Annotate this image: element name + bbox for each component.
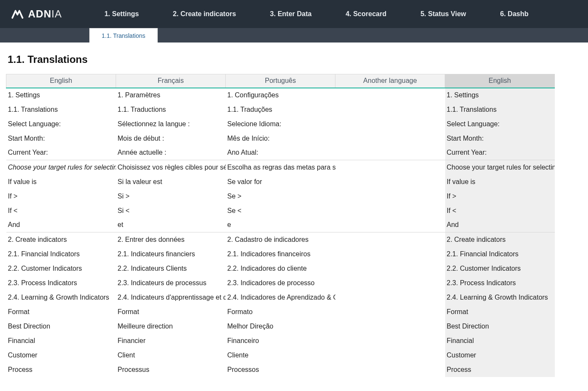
menu-item-0[interactable]: 1. Settings — [88, 0, 156, 28]
cell[interactable]: 2.3. Process Indicators — [445, 276, 555, 290]
cell[interactable]: Format — [6, 305, 116, 319]
cell[interactable] — [335, 117, 445, 131]
cell[interactable]: 1.1. Translations — [445, 102, 555, 117]
cell[interactable]: 1. Configurações — [226, 88, 335, 102]
cell[interactable]: Processus — [116, 363, 226, 377]
cell[interactable]: Format — [116, 305, 226, 319]
cell[interactable] — [335, 146, 445, 160]
cell[interactable]: 2.1. Financial Indicators — [6, 247, 116, 261]
cell[interactable]: Financier — [116, 334, 226, 348]
cell[interactable]: Current Year: — [445, 146, 555, 160]
cell[interactable]: Melhor Direção — [226, 319, 335, 334]
menu-item-2[interactable]: 3. Enter Data — [253, 0, 329, 28]
cell[interactable]: Sélectionnez la langue : — [116, 117, 226, 131]
cell[interactable] — [335, 261, 445, 276]
cell[interactable]: 2.3. Indicateurs de processus — [116, 276, 226, 290]
cell[interactable]: Financial — [6, 334, 116, 348]
col-header-0[interactable]: English — [6, 74, 116, 88]
cell[interactable]: 2.1. Financial Indicators — [445, 247, 555, 261]
col-header-2[interactable]: Português — [226, 74, 335, 88]
cell[interactable]: 2.3. Process Indicators — [6, 276, 116, 290]
cell[interactable]: Select Language: — [445, 117, 555, 131]
cell[interactable] — [335, 334, 445, 348]
cell[interactable]: Best Direction — [6, 319, 116, 334]
cell[interactable]: If value is — [445, 175, 555, 189]
cell[interactable] — [335, 189, 445, 204]
cell[interactable]: 1.1. Traductions — [116, 102, 226, 117]
cell[interactable] — [335, 160, 445, 175]
cell[interactable]: Select Language: — [6, 117, 116, 131]
cell[interactable]: If < — [445, 204, 555, 218]
cell[interactable]: Customer — [6, 348, 116, 363]
cell[interactable]: If value is — [6, 175, 116, 189]
cell[interactable] — [335, 290, 445, 305]
cell[interactable]: 2.1. Indicadores financeiros — [226, 247, 335, 261]
col-header-3[interactable]: Another language — [335, 74, 445, 88]
cell[interactable]: Meilleure direction — [116, 319, 226, 334]
cell[interactable]: Current Year: — [6, 146, 116, 160]
cell[interactable] — [335, 102, 445, 117]
cell[interactable]: 2. Entrer des données — [116, 232, 226, 247]
cell[interactable]: Se < — [226, 204, 335, 218]
cell[interactable]: Si la valeur est — [116, 175, 226, 189]
cell[interactable]: 1. Paramètres — [116, 88, 226, 102]
cell[interactable]: 2. Create indicators — [6, 232, 116, 247]
cell[interactable]: Mês de Início: — [226, 131, 335, 146]
subtab-translations[interactable]: 1.1. Translations — [89, 28, 158, 42]
cell[interactable]: Best Direction — [445, 319, 555, 334]
cell[interactable]: 2.2. Customer Indicators — [6, 261, 116, 276]
cell[interactable] — [335, 363, 445, 377]
cell[interactable] — [335, 348, 445, 363]
cell[interactable]: 1. Settings — [445, 88, 555, 102]
cell[interactable]: Format — [445, 305, 555, 319]
cell[interactable] — [335, 131, 445, 146]
cell[interactable]: Formato — [226, 305, 335, 319]
cell[interactable]: Customer — [445, 348, 555, 363]
menu-item-1[interactable]: 2. Create indicators — [156, 0, 253, 28]
cell[interactable]: Processos — [226, 363, 335, 377]
cell[interactable]: 2.2. Customer Indicators — [445, 261, 555, 276]
cell[interactable]: 2.1. Indicateurs financiers — [116, 247, 226, 261]
cell[interactable] — [335, 88, 445, 102]
menu-item-3[interactable]: 4. Scorecard — [329, 0, 403, 28]
cell[interactable]: If > — [445, 189, 555, 204]
cell[interactable]: Année actuelle : — [116, 146, 226, 160]
cell[interactable]: 2.2. Indicateurs Clients — [116, 261, 226, 276]
cell[interactable]: 2. Create indicators — [445, 232, 555, 247]
cell[interactable]: Financial — [445, 334, 555, 348]
cell[interactable]: And — [445, 218, 555, 232]
cell[interactable]: 2.3. Indicadores de processo — [226, 276, 335, 290]
cell[interactable]: Se > — [226, 189, 335, 204]
cell[interactable]: 2.4. Indicadores de Aprendizado & Cresci… — [226, 290, 335, 305]
cell[interactable]: 2.2. Indicadores do cliente — [226, 261, 335, 276]
cell[interactable]: Selecione Idioma: — [226, 117, 335, 131]
menu-item-4[interactable]: 5. Status View — [403, 0, 483, 28]
cell[interactable]: Client — [116, 348, 226, 363]
cell[interactable]: 1. Settings — [6, 88, 116, 102]
cell[interactable]: Cliente — [226, 348, 335, 363]
cell[interactable] — [335, 276, 445, 290]
cell[interactable]: 2.4. Indicateurs d'apprentissage et d — [116, 290, 226, 305]
cell[interactable]: Ano Atual: — [226, 146, 335, 160]
cell[interactable]: Escolha as regras das metas para selecão… — [226, 160, 335, 175]
cell[interactable]: Choisissez vos règles cibles pour séle — [116, 160, 226, 175]
cell[interactable] — [335, 175, 445, 189]
cell[interactable]: Start Month: — [445, 131, 555, 146]
cell[interactable]: Choose your target rules for selecting c… — [445, 160, 555, 175]
cell[interactable]: Si > — [116, 189, 226, 204]
menu-item-5[interactable]: 6. Dashb — [483, 0, 545, 28]
cell[interactable]: Choose your target rules for selectin — [6, 160, 116, 175]
cell[interactable]: Process — [6, 363, 116, 377]
cell[interactable]: 2.4. Learning & Growth Indicators — [445, 290, 555, 305]
cell[interactable]: Mois de début : — [116, 131, 226, 146]
cell[interactable] — [335, 319, 445, 334]
cell[interactable]: Si < — [116, 204, 226, 218]
cell[interactable]: Financeiro — [226, 334, 335, 348]
cell[interactable]: Start Month: — [6, 131, 116, 146]
cell[interactable]: If < — [6, 204, 116, 218]
cell[interactable]: et — [116, 218, 226, 232]
cell[interactable]: 2.4. Learning & Growth Indicators — [6, 290, 116, 305]
cell[interactable]: If > — [6, 189, 116, 204]
cell[interactable] — [335, 305, 445, 319]
cell[interactable]: 1.1. Traduções — [226, 102, 335, 117]
